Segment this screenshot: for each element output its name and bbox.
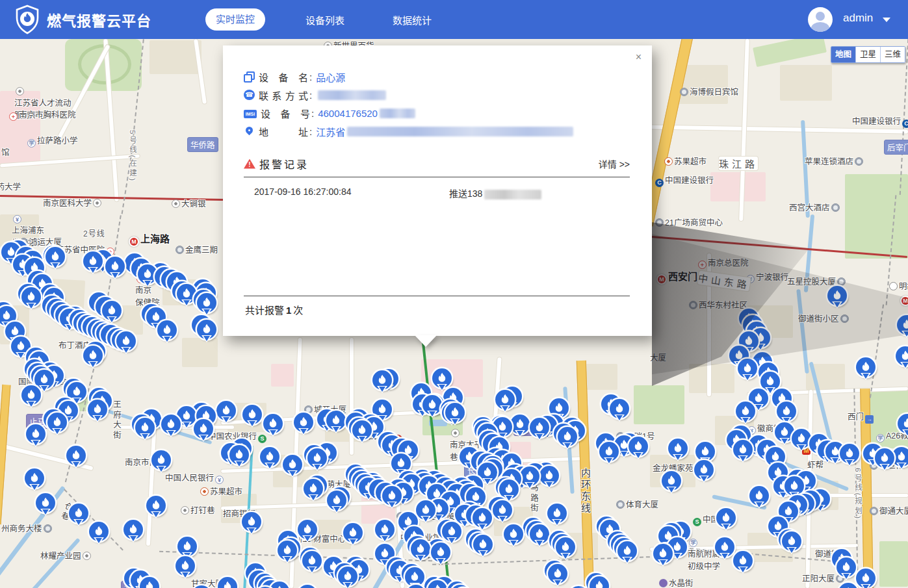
gas-device-marker[interactable] xyxy=(307,448,327,468)
gas-device-marker[interactable] xyxy=(473,508,492,528)
gas-device-marker[interactable] xyxy=(856,357,876,377)
map-type-3d-button[interactable]: 三维 xyxy=(880,47,905,62)
gas-device-marker[interactable] xyxy=(405,567,424,587)
map-type-satellite-button[interactable]: 卫星 xyxy=(855,47,880,62)
gas-device-marker[interactable] xyxy=(343,523,363,543)
gas-device-marker[interactable] xyxy=(34,370,54,389)
gas-device-marker[interactable] xyxy=(547,504,567,523)
gas-device-marker[interactable] xyxy=(89,522,109,541)
gas-device-marker[interactable] xyxy=(45,247,65,266)
gas-device-marker[interactable] xyxy=(782,531,801,551)
gas-device-marker[interactable] xyxy=(733,440,753,459)
gas-device-marker[interactable] xyxy=(298,520,317,539)
gas-device-marker[interactable] xyxy=(21,385,41,405)
gas-device-marker[interactable] xyxy=(197,293,216,313)
gas-device-marker[interactable] xyxy=(840,444,859,463)
gas-device-marker[interactable] xyxy=(140,577,159,588)
avatar[interactable] xyxy=(808,7,833,32)
gas-device-marker[interactable] xyxy=(242,512,261,531)
gas-device-marker[interactable] xyxy=(617,541,637,561)
gas-device-marker[interactable] xyxy=(668,439,688,458)
map-type-map-button[interactable]: 地图 xyxy=(831,47,855,62)
gas-device-marker[interactable] xyxy=(875,448,894,468)
close-icon[interactable]: × xyxy=(636,52,642,62)
gas-device-marker[interactable] xyxy=(736,402,755,421)
gas-device-marker[interactable] xyxy=(146,496,166,515)
gas-device-marker[interactable] xyxy=(510,415,530,434)
gas-device-marker[interactable] xyxy=(242,405,262,424)
gas-device-marker[interactable] xyxy=(695,442,715,461)
gas-device-marker[interactable] xyxy=(326,411,346,430)
nav-item-data-statistics[interactable]: 数据统计 xyxy=(393,13,432,27)
gas-device-marker[interactable] xyxy=(83,251,103,271)
gas-device-marker[interactable] xyxy=(263,414,283,433)
admin-menu[interactable]: admin xyxy=(843,12,873,25)
gas-device-marker[interactable] xyxy=(530,524,549,544)
gas-device-marker[interactable] xyxy=(216,401,236,420)
gas-device-marker[interactable] xyxy=(352,420,372,440)
chevron-down-icon[interactable] xyxy=(883,18,890,26)
gas-device-marker[interactable] xyxy=(539,466,559,485)
gas-device-marker[interactable] xyxy=(548,564,567,583)
gas-device-marker[interactable] xyxy=(738,359,757,378)
gas-device-marker[interactable] xyxy=(733,551,753,570)
gas-device-marker[interactable] xyxy=(792,429,811,448)
gas-device-marker[interactable] xyxy=(499,479,519,499)
gas-device-marker[interactable] xyxy=(151,450,171,470)
gas-device-marker[interactable] xyxy=(197,320,216,339)
gas-device-marker[interactable] xyxy=(896,346,908,366)
nav-item-device-list[interactable]: 设备列表 xyxy=(305,13,344,27)
gas-device-marker[interactable] xyxy=(83,346,103,365)
gas-device-marker[interactable] xyxy=(194,419,213,439)
gas-device-marker[interactable] xyxy=(694,460,714,479)
gas-device-marker[interactable] xyxy=(36,493,55,513)
gas-device-marker[interactable] xyxy=(558,427,577,446)
gas-device-marker[interactable] xyxy=(445,403,465,422)
gas-device-marker[interactable] xyxy=(69,504,88,523)
gas-device-marker[interactable] xyxy=(629,437,648,456)
gas-device-marker[interactable] xyxy=(25,468,44,488)
gas-device-marker[interactable] xyxy=(432,368,452,388)
alarm-detail-link[interactable]: 详情 >> xyxy=(599,157,630,170)
gas-device-marker[interactable] xyxy=(411,539,430,559)
gas-device-marker[interactable] xyxy=(327,491,346,510)
gas-device-marker[interactable] xyxy=(229,445,249,465)
gas-device-marker[interactable] xyxy=(473,535,493,554)
gas-device-marker[interactable] xyxy=(102,301,122,320)
gas-device-marker[interactable] xyxy=(302,551,322,570)
gas-device-marker[interactable] xyxy=(135,418,155,437)
gas-device-marker[interactable] xyxy=(495,390,515,409)
gas-device-marker[interactable] xyxy=(416,500,435,520)
gas-device-marker[interactable] xyxy=(47,413,67,432)
nav-item-realtime-monitoring[interactable]: 实时监控 xyxy=(205,8,265,31)
gas-device-marker[interactable] xyxy=(610,399,629,418)
gas-device-marker[interactable] xyxy=(304,479,323,498)
gas-device-marker[interactable] xyxy=(278,541,297,560)
gas-device-marker[interactable] xyxy=(372,370,392,390)
gas-device-marker[interactable] xyxy=(749,486,769,505)
gas-device-marker[interactable] xyxy=(662,471,681,491)
gas-device-marker[interactable] xyxy=(88,400,107,419)
gas-device-marker[interactable] xyxy=(21,287,41,307)
gas-device-marker[interactable] xyxy=(175,556,195,576)
gas-device-marker[interactable] xyxy=(556,537,575,557)
gas-device-marker[interactable] xyxy=(422,395,442,415)
gas-device-marker[interactable] xyxy=(504,524,523,544)
gas-device-marker[interactable] xyxy=(716,508,736,528)
gas-device-marker[interactable] xyxy=(283,455,302,474)
map-canvas[interactable]: 江苏省人才流动服务中心+南京市胸科医院学拉萨路小学馆医药大学南京医科大学大锏银¥… xyxy=(0,39,908,588)
gas-device-marker[interactable] xyxy=(66,446,86,465)
gas-device-marker[interactable] xyxy=(116,331,136,351)
gas-device-marker[interactable] xyxy=(520,467,539,486)
gas-device-marker[interactable] xyxy=(837,557,856,577)
gas-device-marker[interactable] xyxy=(760,372,780,391)
gas-device-marker[interactable] xyxy=(177,537,197,556)
gas-device-marker[interactable] xyxy=(785,476,804,496)
gas-device-marker[interactable] xyxy=(530,418,549,437)
gas-device-marker[interactable] xyxy=(777,402,796,421)
gas-device-marker[interactable] xyxy=(442,522,461,541)
gas-device-marker[interactable] xyxy=(653,544,673,563)
gas-device-marker[interactable] xyxy=(105,257,125,276)
gas-device-marker[interactable] xyxy=(26,424,45,444)
gas-device-marker[interactable] xyxy=(161,415,181,434)
